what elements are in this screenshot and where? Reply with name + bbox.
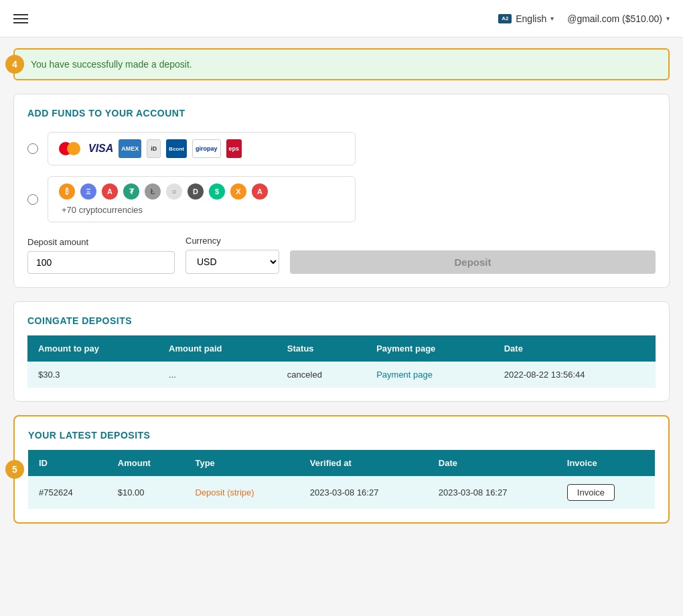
account-selector[interactable]: @gmail.com ($510.00) ▾ (567, 13, 670, 24)
invoice-button[interactable]: Invoice (567, 484, 615, 501)
latest-deposits-section: 5 YOUR LATEST DEPOSITS ID Amount Type Ve… (13, 415, 670, 524)
giropay-icon: giropay (192, 139, 221, 158)
chevron-down-icon: ▾ (550, 15, 554, 22)
currency-select[interactable]: USD EUR GBP (185, 250, 279, 274)
xrp-icon: X (230, 183, 246, 200)
card-payment-option: VISA AMEX iD Bcont giropay eps (27, 132, 656, 165)
alert-message: You have successfully made a deposit. (31, 59, 192, 70)
latest-deposits-title: YOUR LATEST DEPOSITS (28, 430, 655, 441)
header: A2 English ▾ @gmail.com ($510.00) ▾ (0, 0, 683, 37)
card-payment-radio[interactable] (27, 143, 38, 154)
menu-icon[interactable] (13, 14, 28, 23)
eps-icon: eps (226, 139, 242, 158)
card-payment-icons[interactable]: VISA AMEX iD Bcont giropay eps (48, 132, 356, 165)
main-content: 4 You have successfully made a deposit. … (0, 37, 683, 548)
bancontact-icon: Bcont (166, 139, 187, 158)
step-badge-4: 4 (5, 55, 24, 74)
cell-invoice[interactable]: Invoice (556, 476, 655, 509)
add-funds-title: ADD FUNDS TO YOUR ACCOUNT (27, 108, 656, 119)
mastercard-icon (59, 141, 83, 157)
avax-icon: A (102, 183, 118, 200)
col-payment-page: Payment page (366, 335, 494, 362)
latest-deposits-table: ID Amount Type Verified at Date Invoice … (28, 450, 655, 509)
usdt-icon: ₮ (123, 183, 139, 200)
amex-icon: AMEX (119, 139, 141, 158)
cell-date: 2022-08-22 13:56:44 (494, 362, 656, 388)
col-type: Type (184, 450, 299, 476)
header-left (13, 14, 28, 23)
col-id: ID (28, 450, 107, 476)
visa-icon: VISA (88, 139, 113, 158)
usdc-icon: $ (209, 183, 225, 200)
deposit-form: Deposit amount Currency USD EUR GBP Depo… (27, 236, 656, 274)
more-crypto-label: +70 cryptocurrencies (62, 205, 143, 215)
cell-amount-to-pay: $30.3 (27, 362, 158, 388)
language-label: English (516, 13, 546, 24)
col-verified-at: Verified at (299, 450, 428, 476)
currency-label: Currency (185, 236, 279, 246)
language-selector[interactable]: A2 English ▾ (498, 13, 554, 24)
cell-verified-at: 2023-03-08 16:27 (299, 476, 428, 509)
deposit-amount-group: Deposit amount (27, 237, 175, 274)
cell-amount-paid: ... (158, 362, 277, 388)
coingate-section: COINGATE DEPOSITS Amount to pay Amount p… (13, 301, 670, 402)
coingate-table: Amount to pay Amount paid Status Payment… (27, 335, 656, 388)
cell-payment-page[interactable]: Payment page (366, 362, 494, 388)
chevron-down-icon: ▾ (666, 15, 670, 22)
deposit-amount-input[interactable] (27, 251, 175, 274)
xmr-icon: ○ (166, 183, 182, 200)
crypto-payment-icons[interactable]: ₿ Ξ A ₮ Ł ○ D $ X A +70 cryptocurrencies (48, 176, 356, 222)
col-date: Date (428, 450, 556, 476)
ethereum-icon: Ξ (80, 183, 96, 200)
deposit-button[interactable]: Deposit (290, 250, 656, 274)
table-row: #752624 $10.00 Deposit (stripe) 2023-03-… (28, 476, 655, 509)
crypto-payment-option: ₿ Ξ A ₮ Ł ○ D $ X A +70 cryptocurrencies (27, 176, 656, 222)
cell-amount: $10.00 (107, 476, 185, 509)
account-label: @gmail.com ($510.00) (567, 13, 662, 24)
bitcoin-icon: ₿ (59, 183, 75, 200)
col-amount-paid: Amount paid (158, 335, 277, 362)
cell-id: #752624 (28, 476, 107, 509)
add-funds-card: ADD FUNDS TO YOUR ACCOUNT VISA AMEX iD B… (13, 94, 670, 288)
coingate-header-row: Amount to pay Amount paid Status Payment… (27, 335, 656, 362)
col-status: Status (277, 335, 366, 362)
col-amount-to-pay: Amount to pay (27, 335, 158, 362)
cell-type: Deposit (stripe) (184, 476, 299, 509)
dash-icon: D (187, 183, 204, 200)
header-right: A2 English ▾ @gmail.com ($510.00) ▾ (498, 13, 670, 24)
algo-icon: A (252, 183, 268, 200)
cell-date: 2023-03-08 16:27 (428, 476, 556, 509)
deposit-amount-label: Deposit amount (27, 237, 175, 247)
crypto-payment-radio[interactable] (27, 194, 38, 205)
table-row: $30.3 ... canceled Payment page 2022-08-… (27, 362, 656, 388)
coingate-title: COINGATE DEPOSITS (27, 315, 656, 326)
col-amount: Amount (107, 450, 185, 476)
latest-deposits-header-row: ID Amount Type Verified at Date Invoice (28, 450, 655, 476)
cell-status: canceled (277, 362, 366, 388)
currency-group: Currency USD EUR GBP (185, 236, 279, 274)
language-icon: A2 (498, 14, 512, 23)
ltc-icon: Ł (145, 183, 161, 200)
col-invoice: Invoice (556, 450, 655, 476)
col-date: Date (494, 335, 656, 362)
step-badge-5: 5 (5, 460, 24, 479)
success-alert: 4 You have successfully made a deposit. (13, 48, 670, 80)
id-icon: iD (147, 139, 161, 158)
